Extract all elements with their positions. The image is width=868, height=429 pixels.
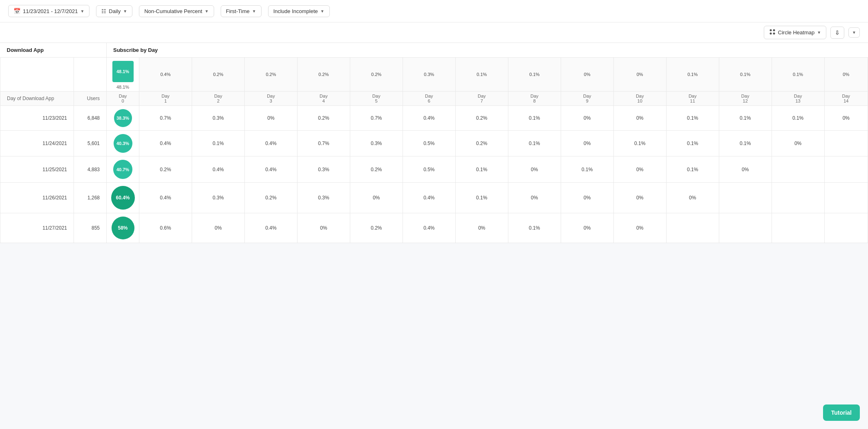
expand-button[interactable]: ▼ xyxy=(848,27,860,38)
day10-cell: 0% xyxy=(613,156,666,183)
left-section-header: Download App xyxy=(0,43,107,58)
cohort-table: Download App Subscribe by Day 48.1% 48.1… xyxy=(0,43,868,243)
period-label: Daily xyxy=(109,8,121,14)
day13-cell: 0.1% xyxy=(772,106,824,131)
day11-cell xyxy=(666,213,719,243)
svg-point-3 xyxy=(773,33,775,35)
day8-header: Day8 xyxy=(508,92,561,106)
day6-cell: 0.4% xyxy=(403,106,455,131)
day7-cell: 0% xyxy=(455,213,508,243)
day3-cell: 0.4% xyxy=(244,156,297,183)
day5-cell: 0.7% xyxy=(350,106,403,131)
day8-cell: 0.1% xyxy=(508,106,561,131)
chevron-down-icon-2: ▼ xyxy=(123,9,127,13)
date-range-label: 11/23/2021 - 12/7/2021 xyxy=(23,8,78,14)
chart-type-selector[interactable]: Circle Heatmap ▼ xyxy=(764,26,827,39)
view-bar: Circle Heatmap ▼ ⇩ ▼ xyxy=(0,22,868,43)
day4-header: Day4 xyxy=(297,92,350,106)
table-row: 11/26/20211,26860.4%0.4%0.3%0.2%0.3%0%0.… xyxy=(0,183,868,213)
day4-cell: 0.2% xyxy=(297,106,350,131)
summary-row: 48.1% 48.1% 0.4% 0.2% 0.2% 0.2% 0.2% 0.3… xyxy=(0,58,868,92)
date-cell: 11/25/2021 xyxy=(0,156,74,183)
user-type-label: First-Time xyxy=(226,8,250,14)
date-cell: 11/23/2021 xyxy=(0,106,74,131)
day12-cell xyxy=(719,183,772,213)
day1-cell: 0.2% xyxy=(139,156,192,183)
column-headers-row: Day of Download App Users Day0 Day1 Day2… xyxy=(0,92,868,106)
day4-cell: 0.3% xyxy=(297,156,350,183)
day12-cell: 0.1% xyxy=(719,131,772,156)
users-cell: 855 xyxy=(74,213,107,243)
day2-cell: 0.1% xyxy=(192,131,244,156)
day7-cell: 0.2% xyxy=(455,131,508,156)
summary-day0-label: 48.1% xyxy=(108,85,137,89)
day10-cell: 0.1% xyxy=(613,131,666,156)
svg-point-1 xyxy=(773,29,775,31)
day5-cell: 0.2% xyxy=(350,213,403,243)
day2-header: Day2 xyxy=(192,92,244,106)
day8-cell: 0.1% xyxy=(508,213,561,243)
day14-header: Day14 xyxy=(824,92,868,106)
calendar-icon: 📅 xyxy=(13,8,20,14)
day6-header: Day6 xyxy=(403,92,455,106)
calendar-lines-icon: ☷ xyxy=(101,8,106,14)
day4-cell: 0.3% xyxy=(297,183,350,213)
day14-cell xyxy=(824,183,868,213)
day14-cell xyxy=(824,213,868,243)
download-button[interactable]: ⇩ xyxy=(830,27,844,39)
day9-cell: 0% xyxy=(561,106,613,131)
day12-header: Day12 xyxy=(719,92,772,106)
day6-cell: 0.4% xyxy=(403,213,455,243)
day8-cell: 0.1% xyxy=(508,131,561,156)
user-type-filter[interactable]: First-Time ▼ xyxy=(221,5,262,17)
summary-day6: 0.3% xyxy=(403,58,455,92)
day6-cell: 0.5% xyxy=(403,156,455,183)
day12-cell: 0% xyxy=(719,156,772,183)
summary-day14: 0% xyxy=(824,58,868,92)
day3-cell: 0.4% xyxy=(244,131,297,156)
users-cell: 6,848 xyxy=(74,106,107,131)
date-range-filter[interactable]: 📅 11/23/2021 - 12/7/2021 ▼ xyxy=(8,5,89,17)
completeness-filter[interactable]: Include Incomplete ▼ xyxy=(268,5,330,17)
table-row: 11/24/20215,60140.3%0.4%0.1%0.4%0.7%0.3%… xyxy=(0,131,868,156)
expand-icon: ▼ xyxy=(852,30,856,35)
svg-point-2 xyxy=(770,33,772,35)
day8-cell: 0% xyxy=(508,183,561,213)
day10-cell: 0% xyxy=(613,183,666,213)
date-cell: 11/26/2021 xyxy=(0,183,74,213)
summary-day4: 0.2% xyxy=(297,58,350,92)
day13-cell: 0% xyxy=(772,131,824,156)
circle-heatmap-icon xyxy=(769,29,776,36)
day7-cell: 0.1% xyxy=(455,183,508,213)
day3-cell: 0.2% xyxy=(244,183,297,213)
day0-cell: 60.4% xyxy=(107,183,139,213)
summary-day3: 0.2% xyxy=(244,58,297,92)
day7-header: Day7 xyxy=(455,92,508,106)
day14-cell xyxy=(824,156,868,183)
date-cell: 11/27/2021 xyxy=(0,213,74,243)
summary-day11: 0.1% xyxy=(666,58,719,92)
day14-cell xyxy=(824,131,868,156)
day11-cell: 0.1% xyxy=(666,131,719,156)
day13-cell xyxy=(772,213,824,243)
right-section-header: Subscribe by Day xyxy=(107,43,868,58)
summary-day5: 0.2% xyxy=(350,58,403,92)
day0-cell: 40.3% xyxy=(107,131,139,156)
metric-label: Non-Cumulative Percent xyxy=(144,8,202,14)
day10-cell: 0% xyxy=(613,106,666,131)
day11-cell: 0.1% xyxy=(666,156,719,183)
day11-cell: 0% xyxy=(666,183,719,213)
users-column-header: Users xyxy=(74,92,107,106)
summary-day9: 0% xyxy=(561,58,613,92)
period-filter[interactable]: ☷ Daily ▼ xyxy=(96,5,132,17)
summary-day0-value: 48.1% xyxy=(116,69,129,74)
metric-filter[interactable]: Non-Cumulative Percent ▼ xyxy=(139,5,214,17)
day5-header: Day5 xyxy=(350,92,403,106)
users-cell: 5,601 xyxy=(74,131,107,156)
chevron-down-icon: ▼ xyxy=(80,9,84,13)
day9-header: Day9 xyxy=(561,92,613,106)
day0-cell: 58% xyxy=(107,213,139,243)
day6-cell: 0.4% xyxy=(403,183,455,213)
day14-cell: 0% xyxy=(824,106,868,131)
day0-cell: 38.3% xyxy=(107,106,139,131)
